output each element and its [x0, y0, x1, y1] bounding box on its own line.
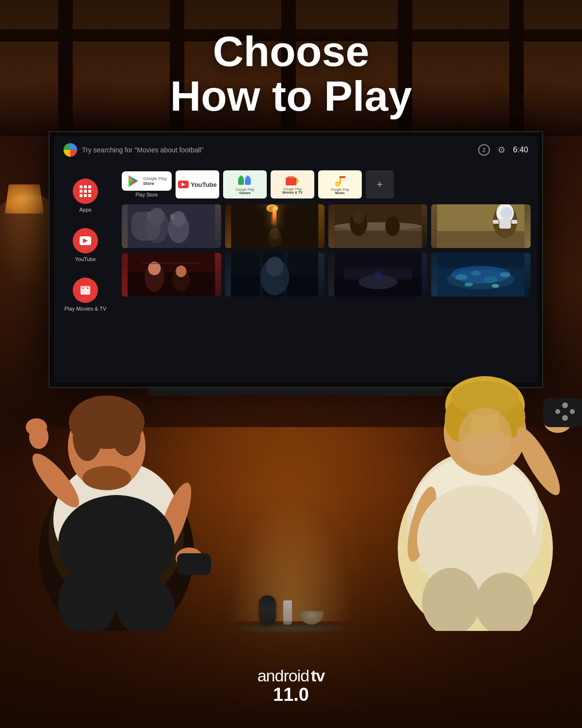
- play-store-label-below: Play Store: [135, 192, 158, 198]
- svg-point-81: [112, 413, 141, 456]
- person-left: [10, 349, 223, 631]
- svg-point-38: [353, 210, 364, 224]
- play-store-label-line1: Google Play: [143, 176, 167, 181]
- gp-music-card-bg: Google Play Music: [318, 170, 362, 199]
- gp-games-icon: [237, 174, 253, 188]
- apps-icon-circle: [73, 179, 98, 204]
- thumbnail-3-desert[interactable]: [328, 204, 428, 248]
- thumbnail-4-astronaut[interactable]: [431, 204, 531, 248]
- youtube-app-card[interactable]: YouTube: [176, 170, 219, 199]
- play-store-app-wrapper[interactable]: Google Play Store Play Store: [122, 171, 172, 198]
- gp-games-card-bg: Google Play Games: [223, 170, 267, 199]
- play-store-selected-card: Google Play Store: [122, 171, 172, 191]
- android-text: android: [258, 666, 309, 685]
- play-store-icon: [127, 174, 140, 188]
- svg-point-18: [337, 183, 339, 185]
- svg-point-65: [374, 271, 382, 279]
- people-area: [0, 291, 582, 631]
- svg-rect-47: [512, 220, 517, 224]
- gp-music-app-card[interactable]: Google Play Music: [318, 170, 362, 199]
- dark-drama-scene: [225, 253, 324, 297]
- yt-play-button: [178, 181, 189, 188]
- gp-movies-app-card[interactable]: Google Play Movies & TV: [271, 170, 314, 199]
- svg-rect-46: [493, 220, 499, 224]
- coffee-table: [238, 624, 344, 633]
- google-assistant-icon: [64, 143, 77, 157]
- heading-line1: Choose: [213, 27, 370, 75]
- search-placeholder-text: Try searching for "Movies about football…: [82, 146, 204, 154]
- svg-rect-17: [340, 176, 345, 178]
- svg-point-21: [149, 208, 164, 225]
- svg-point-104: [562, 402, 568, 408]
- svg-rect-45: [500, 219, 511, 229]
- atv-topbar: Try searching for "Movies about football…: [54, 136, 538, 163]
- person-right: [378, 340, 582, 631]
- svg-point-72: [500, 272, 511, 277]
- svg-point-106: [555, 409, 560, 414]
- heading-line2: How to Play: [170, 72, 412, 120]
- svg-rect-103: [543, 398, 582, 427]
- snack-bowl: [299, 611, 323, 625]
- svg-rect-3: [81, 286, 90, 288]
- dark-scene: [328, 253, 428, 297]
- svg-marker-10: [238, 175, 244, 178]
- clock-display: 6:40: [513, 146, 528, 154]
- table-items: [242, 596, 340, 625]
- svg-point-70: [471, 271, 481, 276]
- play-store-label-line2: Store: [143, 181, 167, 186]
- svg-rect-24: [147, 212, 151, 219]
- thumbnails-row-2: [122, 253, 531, 297]
- svg-point-82: [82, 466, 131, 490]
- youtube-icon-circle: [73, 228, 98, 253]
- version-number: 11.0: [258, 685, 325, 704]
- thumbnail-5-drama[interactable]: [122, 253, 221, 297]
- notification-badge[interactable]: 2: [478, 144, 490, 156]
- tv-text: tv: [311, 666, 324, 685]
- svg-point-73: [465, 282, 473, 286]
- svg-point-80: [73, 413, 102, 461]
- svg-marker-11: [245, 175, 251, 178]
- svg-rect-88: [177, 553, 211, 575]
- svg-point-58: [266, 257, 283, 276]
- svg-rect-59: [260, 253, 262, 297]
- add-app-button[interactable]: +: [366, 170, 394, 199]
- settings-icon[interactable]: ⚙: [498, 145, 505, 155]
- svg-point-68: [447, 270, 515, 289]
- svg-rect-34: [334, 229, 421, 248]
- gp-movies-card-bg: Google Play Movies & TV: [271, 170, 314, 199]
- svg-point-74: [492, 284, 500, 288]
- drama-scene: [122, 253, 221, 297]
- svg-point-100: [458, 408, 512, 466]
- sidebar-item-youtube[interactable]: YouTube: [54, 222, 117, 268]
- smart-speaker: [259, 596, 276, 625]
- torch-scene: [225, 204, 324, 248]
- apps-sidebar-label: Apps: [79, 207, 91, 213]
- svg-rect-14: [288, 176, 294, 178]
- youtube-sidebar-label: YouTube: [75, 256, 96, 262]
- svg-point-69: [456, 274, 468, 280]
- svg-rect-25: [170, 214, 174, 220]
- table-top: [238, 624, 344, 633]
- youtube-text: YouTube: [191, 181, 217, 188]
- thumbnail-7-dark-scene[interactable]: [328, 253, 428, 297]
- svg-point-105: [570, 409, 575, 414]
- grid-icon: [80, 185, 91, 197]
- thumbnail-6-dark-drama[interactable]: [225, 253, 324, 297]
- search-bar[interactable]: Try searching for "Movies about football…: [64, 143, 478, 157]
- svg-point-71: [484, 276, 498, 283]
- sidebar-item-apps[interactable]: Apps: [54, 173, 117, 218]
- thumbnail-8-underwater[interactable]: [431, 253, 531, 297]
- thumbnail-1-knights[interactable]: [122, 204, 221, 248]
- svg-rect-8: [238, 178, 244, 185]
- svg-marker-13: [296, 178, 299, 184]
- page-heading: Choose How to Play: [0, 29, 582, 119]
- thumbnail-2-torch[interactable]: [225, 204, 324, 248]
- svg-rect-12: [286, 178, 296, 185]
- knights-scene: [122, 204, 221, 248]
- svg-point-53: [176, 265, 186, 277]
- android-tv-branding: android tv 11.0: [258, 666, 325, 704]
- person-left-svg: [10, 349, 223, 631]
- water-bottle: [283, 600, 292, 625]
- gp-games-app-card[interactable]: Google Play Games: [223, 170, 267, 199]
- svg-rect-54: [142, 263, 200, 264]
